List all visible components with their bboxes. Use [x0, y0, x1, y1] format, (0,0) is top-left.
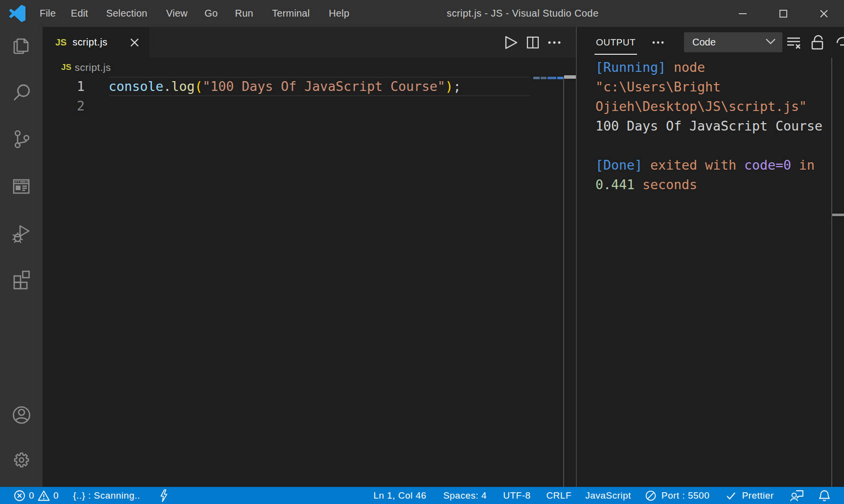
vscode-logo-icon[interactable] — [8, 5, 25, 22]
panel-more-actions-icon[interactable] — [649, 33, 667, 52]
menu-help[interactable]: Help — [319, 8, 359, 19]
code-token: ; — [453, 79, 461, 94]
editor-overview-ruler[interactable] — [563, 77, 576, 487]
code-line-2: 2 — [43, 96, 576, 116]
activity-search-icon[interactable] — [10, 81, 33, 105]
chevron-down-icon — [765, 38, 776, 47]
output-channel-value: Code — [692, 37, 716, 48]
tab-close-icon[interactable] — [126, 34, 143, 51]
code-token: . — [163, 79, 171, 94]
run-code-icon[interactable] — [504, 35, 518, 50]
menu-file[interactable]: File — [32, 8, 63, 19]
vscode-window: FileEditSelectionViewGoRunTerminalHelp s… — [0, 0, 844, 504]
code-token: log — [171, 79, 195, 94]
status-label: CRLF — [546, 490, 571, 501]
activity-live-server-icon[interactable] — [10, 175, 33, 198]
status-item-notifications[interactable] — [811, 487, 838, 504]
status-item-indentation[interactable]: Spaces: 4 — [435, 487, 494, 504]
split-editor-icon[interactable] — [526, 36, 539, 49]
tab-script-js[interactable]: JS script.js — [43, 27, 149, 58]
output-channel-select[interactable]: Code — [684, 32, 782, 52]
status-label: 0 — [29, 490, 34, 501]
menu-edit[interactable]: Edit — [63, 8, 96, 19]
minimap-code-line — [533, 77, 563, 79]
output-line-6: [Done] exited with code=0 in — [595, 155, 815, 175]
js-file-icon: JS — [61, 63, 71, 72]
close-button[interactable] — [803, 0, 844, 27]
line-number: 2 — [55, 96, 85, 116]
tab-bar: JS script.js — [43, 27, 576, 58]
output-line-2: "c:\Users\Bright — [595, 77, 721, 97]
circle-slash-icon — [645, 490, 657, 502]
output-token: code=0 — [744, 157, 791, 173]
feedback-icon — [790, 489, 804, 502]
status-item-prettier[interactable]: Prettier — [718, 487, 783, 504]
output-token: in — [791, 157, 815, 173]
panel-tab-label: OUTPUT — [596, 37, 636, 48]
activity-explorer-icon[interactable] — [10, 35, 33, 58]
more-actions-icon[interactable] — [547, 41, 561, 44]
tab-label: script.js — [72, 37, 107, 48]
output-token: "c:\Users\Bright — [595, 79, 721, 94]
status-bar-right: Ln 1, Col 46Spaces: 4UTF-8CRLFJavaScript… — [364, 487, 844, 504]
minimap[interactable] — [533, 77, 563, 487]
output-panel: OUTPUT Code — [577, 27, 844, 487]
activity-run-and-debug-icon[interactable] — [10, 222, 33, 245]
output-token: seconds — [635, 177, 697, 192]
code-token: console — [109, 79, 163, 94]
status-label: UTF-8 — [501, 490, 532, 501]
output-token: 0.441 — [595, 177, 635, 192]
status-item-typescript-status[interactable]: {..} : Scanning.. — [68, 487, 145, 504]
status-bar-left: 00{..} : Scanning.. — [0, 487, 175, 504]
status-item-problems[interactable]: 00 — [7, 487, 68, 504]
warning-icon — [37, 489, 50, 502]
editor-actions — [504, 27, 576, 58]
menu-terminal[interactable]: Terminal — [262, 8, 319, 19]
activity-manage-icon[interactable] — [10, 448, 33, 472]
code-line-1: 1console.log("100 Days Of JavaScript Cou… — [43, 77, 576, 96]
maximize-button[interactable] — [763, 0, 803, 27]
bolt-icon — [159, 489, 169, 503]
output-overview-ruler[interactable] — [831, 58, 844, 487]
status-item-language-mode[interactable]: JavaScript — [578, 487, 638, 504]
status-item-encoding[interactable]: UTF-8 — [494, 487, 539, 504]
breadcrumb[interactable]: JS script.js — [43, 58, 576, 77]
activity-extensions-icon[interactable] — [10, 268, 33, 291]
output-cursor-marker — [832, 214, 844, 216]
output-token: [Done] — [595, 157, 642, 173]
unlock-icon[interactable] — [809, 34, 826, 51]
status-label: Prettier — [740, 490, 776, 501]
bell-icon — [818, 489, 831, 502]
status-item-code-runner[interactable] — [145, 487, 175, 504]
menu-bar: FileEditSelectionViewGoRunTerminalHelp — [32, 0, 359, 27]
status-item-end-of-line[interactable]: CRLF — [539, 487, 578, 504]
editor-group: JS script.js JS script.js 1console.log("… — [43, 27, 576, 487]
status-item-live-server-port[interactable]: Port : 5500 — [638, 487, 718, 504]
error-icon — [13, 489, 26, 502]
code-token: ) — [445, 79, 453, 94]
activity-accounts-icon[interactable] — [10, 403, 33, 427]
open-output-in-editor-icon[interactable] — [835, 34, 844, 51]
status-label: JavaScript — [585, 490, 631, 501]
code-editor[interactable]: 1console.log("100 Days Of JavaScript Cou… — [43, 77, 576, 487]
menu-run[interactable]: Run — [226, 8, 262, 19]
menu-go[interactable]: Go — [196, 8, 226, 19]
minimap-segment — [541, 77, 547, 79]
minimize-button[interactable] — [722, 0, 763, 27]
minimap-segment — [533, 77, 540, 79]
activity-source-control-icon[interactable] — [10, 128, 33, 151]
clear-output-icon[interactable] — [785, 34, 802, 51]
window-controls — [722, 0, 844, 27]
panel-tab-output[interactable]: OUTPUT — [596, 27, 636, 58]
menu-view[interactable]: View — [158, 8, 196, 19]
status-label: {..} : Scanning.. — [73, 490, 140, 501]
status-item-feedback[interactable] — [783, 487, 811, 504]
code-token: "100 Days Of JavaScript Course" — [203, 79, 445, 94]
js-file-icon: JS — [55, 37, 67, 48]
output-log[interactable]: [Running] node"c:\Users\BrightOjieh\Desk… — [577, 58, 844, 487]
output-line-3: Ojieh\Desktop\JS\script.js" — [595, 97, 807, 116]
status-label: 0 — [53, 490, 59, 501]
breadcrumb-label: script.js — [75, 62, 111, 73]
status-item-cursor-position[interactable]: Ln 1, Col 46 — [364, 487, 435, 504]
menu-selection[interactable]: Selection — [96, 8, 158, 19]
